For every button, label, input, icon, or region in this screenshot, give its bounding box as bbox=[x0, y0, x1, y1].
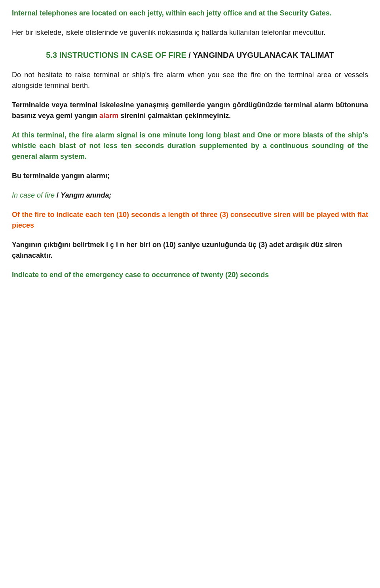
intro-paragraph-en: Internal telephones are located on each … bbox=[12, 8, 368, 19]
para3-tr-text: Bu terminalde yangın alarmı; bbox=[12, 172, 110, 180]
in-case-sep: / bbox=[57, 191, 61, 199]
para1-tr-after: sirenini çalmaktan çekinmeyiniz. bbox=[120, 112, 231, 120]
section-sep: / bbox=[188, 51, 193, 59]
in-case-line: In case of fire / Yangın anında; bbox=[12, 190, 368, 201]
para5-en: Indicate to end of the emergency case to… bbox=[12, 270, 368, 280]
para4-tr-text: Yangının çıktığını belirtmek i ç i n her… bbox=[12, 241, 342, 259]
para2-en: At this terminal, the fire alarm signal … bbox=[12, 130, 368, 162]
para4-en: Of the fire to indicate each ten (10) se… bbox=[12, 209, 368, 231]
para4-en-text: Of the fire to indicate each ten (10) se… bbox=[12, 211, 368, 229]
para1-tr-alarm: alarm bbox=[99, 112, 118, 120]
section-number: 5.3 bbox=[46, 51, 57, 59]
para1-en: Do not hesitate to raise terminal or shi… bbox=[12, 70, 368, 91]
in-case-en: In case of fire bbox=[12, 191, 55, 199]
section-title-tr: YANGINDA UYGULANACAK TALiMAT bbox=[193, 51, 334, 59]
intro-text-tr: Her bir iskelede, iskele ofislerinde ve … bbox=[12, 29, 325, 36]
para2-en-text: At this terminal, the fire alarm signal … bbox=[12, 131, 368, 160]
para1-tr: Terminalde veya terminal iskelesine yana… bbox=[12, 100, 368, 121]
para3-tr: Bu terminalde yangın alarmı; bbox=[12, 171, 368, 181]
section-heading: 5.3 INSTRUCTIONS IN CASE OF FIRE / YANGI… bbox=[12, 49, 368, 61]
para1-en-text: Do not hesitate to raise terminal or shi… bbox=[12, 71, 368, 89]
intro-paragraph-tr: Her bir iskelede, iskele ofislerinde ve … bbox=[12, 27, 368, 38]
intro-text-en: Internal telephones are located on each … bbox=[12, 9, 332, 17]
para4-tr: Yangının çıktığını belirtmek i ç i n her… bbox=[12, 240, 368, 261]
para5-en-text: Indicate to end of the emergency case to… bbox=[12, 271, 269, 279]
section-title-en: INSTRUCTIONS IN CASE OF FIRE bbox=[59, 51, 186, 59]
in-case-tr: Yangın anında; bbox=[61, 191, 111, 199]
